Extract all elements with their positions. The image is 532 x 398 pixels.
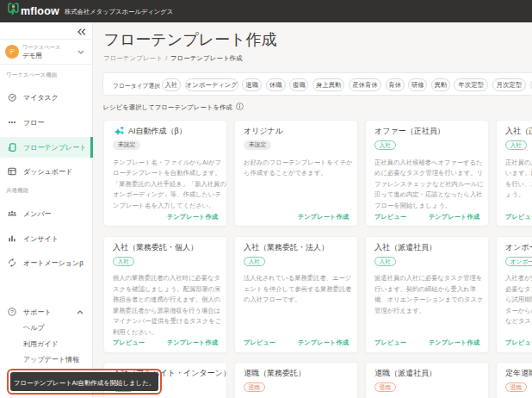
svg-text:?: ? — [10, 308, 14, 314]
